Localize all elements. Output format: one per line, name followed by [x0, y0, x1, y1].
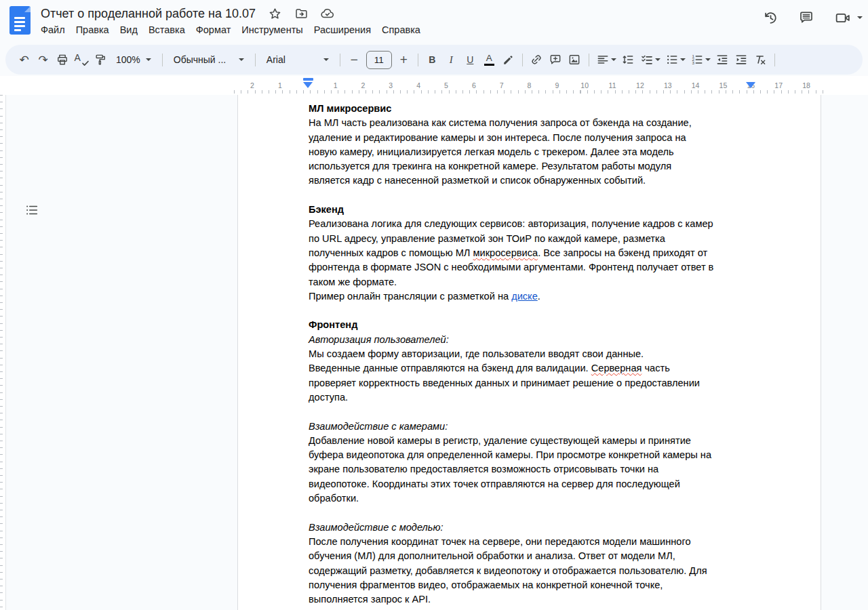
left-indent-marker[interactable]	[303, 82, 313, 88]
doc-text: МЛ микросервис	[309, 103, 391, 114]
doc-text: Взаимодействие с камерами:	[309, 421, 448, 432]
menu-item-8[interactable]: Справка	[376, 22, 426, 37]
add-comment-button[interactable]	[547, 51, 565, 69]
clear-formatting-button[interactable]	[751, 51, 770, 69]
star-icon[interactable]	[266, 5, 283, 22]
ruler-number: 3	[389, 81, 393, 89]
styles-caret-icon	[239, 58, 244, 61]
paint-format-button[interactable]	[91, 51, 109, 69]
doc-text: Взаимодействие с моделью:	[309, 522, 443, 533]
doc-heading: МЛ микросервис	[309, 102, 756, 116]
ruler-number: 2	[361, 81, 365, 89]
doc-link[interactable]: диске	[511, 291, 538, 302]
increase-indent-button[interactable]	[732, 51, 751, 69]
insert-image-button[interactable]	[566, 51, 584, 69]
ruler-number: 6	[472, 81, 476, 89]
doc-subheading: Взаимодействие с камерами:	[309, 420, 756, 434]
misspelled-word: Серверная	[591, 363, 642, 373]
toolbar: ↶ ↷ A 100% Обычный ... Arial − 11 + B I …	[5, 45, 863, 75]
doc-heading: Бэкенд	[309, 203, 756, 217]
menu-item-4[interactable]: Вставка	[143, 22, 191, 37]
horizontal-ruler[interactable]: 18171615141312111098765432112	[0, 76, 868, 96]
vertical-ruler[interactable]	[0, 95, 6, 610]
svg-text:3: 3	[692, 60, 694, 65]
ruler-number: 2	[250, 81, 254, 89]
move-to-folder-icon[interactable]	[292, 5, 310, 22]
font-select[interactable]: Arial	[260, 51, 335, 69]
menu-item-3[interactable]: Вид	[115, 22, 143, 37]
styles-select[interactable]: Обычный ...	[167, 51, 250, 69]
divider	[418, 54, 418, 66]
bulleted-list-button[interactable]	[663, 51, 688, 69]
doc-subheading: Взаимодействие с моделью:	[309, 521, 756, 535]
menu-item-2[interactable]: Правка	[71, 22, 115, 37]
doc-paragraph: Добавление новой камеры в регистр, удале…	[309, 434, 756, 506]
version-history-icon[interactable]	[762, 9, 779, 26]
document-title[interactable]: Отчет о проделанной работе на 10.07	[41, 7, 256, 21]
logo-line	[14, 21, 25, 23]
doc-text: После получения координат точек на серве…	[309, 536, 707, 605]
comments-icon[interactable]	[797, 9, 815, 26]
menu-item-5[interactable]: Формат	[191, 22, 237, 37]
divider	[162, 54, 163, 66]
bold-button[interactable]: B	[423, 51, 441, 69]
divider	[774, 54, 775, 66]
divider	[589, 54, 589, 66]
ruler-number: 13	[664, 81, 672, 89]
doc-paragraph: На МЛ часть реализована как система полу…	[309, 116, 756, 188]
font-size-input[interactable]: 11	[366, 51, 392, 69]
zoom-select[interactable]: 100%	[110, 51, 157, 69]
italic-button[interactable]: I	[442, 51, 460, 69]
ruler-number: 9	[555, 81, 559, 89]
logo-line	[14, 29, 21, 31]
menu-item-1[interactable]: Файл	[35, 22, 71, 37]
increase-font-size-button[interactable]: +	[395, 51, 413, 69]
divider	[340, 54, 340, 66]
align-button[interactable]	[594, 51, 618, 69]
doc-subheading: Авторизация пользователей:	[309, 333, 756, 347]
ruler-ticks	[234, 90, 824, 94]
text-color-button[interactable]: A	[480, 51, 498, 69]
ruler-number: 10	[580, 81, 589, 89]
title-row: Отчет о проделанной работе на 10.07	[41, 4, 336, 23]
video-call-caret-icon[interactable]	[857, 16, 863, 19]
underline-button[interactable]: U	[461, 51, 479, 69]
highlight-color-button[interactable]	[499, 51, 517, 69]
docs-logo-icon[interactable]	[9, 6, 31, 35]
undo-button[interactable]: ↶	[15, 51, 33, 69]
font-caret-icon	[323, 58, 329, 61]
align-caret-icon	[611, 58, 616, 61]
doc-text: Добавление новой камеры в регистр, удале…	[309, 435, 711, 504]
decrease-indent-button[interactable]	[713, 51, 732, 69]
doc-text: .	[538, 291, 540, 302]
menu-item-7[interactable]: Расширения	[309, 22, 376, 37]
misspelled-word: микросервиса	[473, 247, 538, 258]
document-canvas: МЛ микросервисНа МЛ часть реализована ка…	[0, 95, 868, 610]
ruler-number: 7	[500, 81, 504, 89]
show-outline-button[interactable]	[22, 201, 41, 220]
insert-link-button[interactable]	[528, 51, 546, 69]
spellcheck-button[interactable]: A	[72, 51, 90, 69]
decrease-font-size-button[interactable]: −	[345, 51, 363, 69]
numbered-list-button[interactable]: 123	[688, 51, 713, 69]
document-content: МЛ микросервисНа МЛ часть реализована ка…	[238, 95, 821, 610]
ruler-number: 18	[802, 81, 810, 89]
logo-line	[14, 25, 25, 27]
doc-paragraph: Мы создаем форму авторизации, где пользо…	[309, 347, 756, 405]
line-spacing-button[interactable]	[619, 51, 637, 69]
logo-fold	[24, 6, 31, 12]
ruler-number: 5	[444, 81, 448, 89]
right-indent-marker[interactable]	[746, 82, 755, 88]
video-call-icon[interactable]	[833, 9, 851, 26]
menu-item-6[interactable]: Инструменты	[236, 22, 308, 37]
menu-bar: ФайлПравкаВидВставкаФорматИнструментыРас…	[35, 22, 426, 37]
document-page[interactable]: МЛ микросервисНа МЛ часть реализована ка…	[237, 95, 821, 610]
redo-button[interactable]: ↷	[34, 51, 52, 69]
doc-paragraph: Реализована логика для следующих сервисо…	[309, 217, 756, 304]
cloud-saved-icon[interactable]	[319, 5, 336, 22]
ruler-number: 11	[609, 81, 616, 89]
checklist-button[interactable]	[638, 51, 663, 69]
print-button[interactable]	[53, 51, 71, 69]
first-line-indent-marker[interactable]	[303, 78, 313, 81]
google-docs-app: { "header": { "title": "Отчет о проделан…	[0, 0, 868, 610]
